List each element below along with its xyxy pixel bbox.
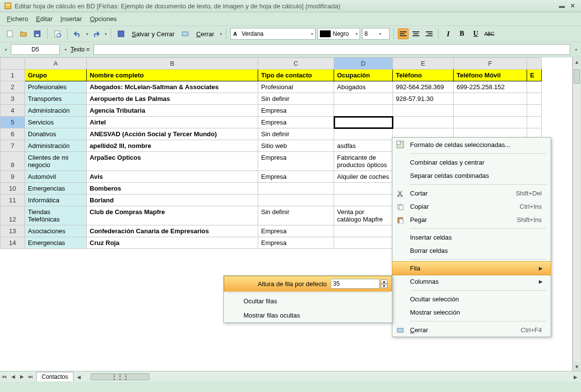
cell-tipo[interactable]: Empresa [258, 105, 334, 117]
cm-close[interactable]: Cerrar Ctrl+F4 [392, 323, 551, 337]
align-left-button[interactable] [398, 28, 409, 39]
row-header[interactable]: 4 [0, 105, 25, 117]
cell-ocupacion[interactable] [334, 128, 393, 140]
row-header[interactable]: 2 [0, 81, 25, 93]
cell-nombre[interactable]: Airtel [87, 117, 258, 128]
row-header[interactable]: 13 [0, 225, 25, 237]
tab-prev-button[interactable]: ◀ [9, 372, 18, 381]
sheet-tab[interactable]: Contactos [36, 372, 73, 381]
cell-grupo[interactable]: Tiendas Telefónicas [25, 206, 87, 225]
row-height-spinner[interactable]: ▲▼ [381, 279, 387, 288]
tab-next-button[interactable]: ▶ [18, 372, 26, 381]
align-center-button[interactable] [411, 28, 421, 39]
col-header-F[interactable]: F [454, 58, 527, 70]
cell-telefono[interactable] [393, 105, 454, 117]
cell-ocupacion[interactable]: Venta por catálogo Mapfre [334, 206, 393, 225]
cm-cut[interactable]: Cortar Shift+Del [392, 187, 551, 200]
cell-telefono[interactable]: 928-57.91.30 [393, 93, 454, 105]
cell-nombre[interactable]: Borland [87, 195, 258, 206]
cell-nombre[interactable]: Cruz Roja [87, 237, 258, 249]
cm-delete-cells[interactable]: Borrar celdas [392, 244, 551, 257]
cell-grupo[interactable]: Administración [25, 105, 87, 117]
formula-overflow[interactable]: ▾ [575, 48, 577, 52]
close-dropdown[interactable]: ▾ [220, 32, 222, 36]
row-height-input[interactable] [331, 279, 380, 289]
cell-nombre[interactable]: apellido2 III, nombre [87, 140, 258, 152]
strike-button[interactable]: ABC [484, 28, 495, 40]
scroll-thumb[interactable] [574, 69, 580, 84]
cell-tipo[interactable]: Profesional [258, 81, 334, 93]
row-header[interactable]: 11 [0, 195, 25, 206]
cell-grupo[interactable]: Automóvil [25, 171, 87, 183]
data-row[interactable]: 2ProfesionalesAbogados: McLelan-Saltman … [0, 81, 542, 93]
cell-ocupacion[interactable] [334, 225, 393, 237]
row-header[interactable]: 3 [0, 93, 25, 105]
cell-nombre[interactable]: Confederación Canaria de Empresarios [87, 225, 258, 237]
cell-nombre[interactable]: Bomberos [87, 183, 258, 195]
cell-tipo[interactable]: Empresa [258, 237, 334, 249]
row-header[interactable]: 9 [0, 171, 25, 183]
cm-insert-cells[interactable]: Insertar celdas [392, 231, 551, 244]
open-button[interactable] [18, 28, 29, 40]
new-button[interactable] [4, 28, 16, 40]
col-header-A[interactable]: A [25, 58, 87, 70]
hscroll-thumb[interactable]: ⋮⋮⋮ [91, 373, 149, 380]
cm-columns[interactable]: Columnas▶ [392, 275, 551, 288]
cell-ocupacion[interactable]: Abogados [334, 81, 393, 93]
cell-grupo[interactable]: Donativos [25, 128, 87, 140]
row-header[interactable]: 10 [0, 183, 25, 195]
minimize-button[interactable]: ▬ [557, 2, 566, 9]
cell-ocupacion[interactable] [334, 117, 393, 128]
cell-movil[interactable]: 699-225.258.152 [454, 81, 527, 93]
cell-grupo[interactable]: Transportes [25, 93, 87, 105]
cell-ocupacion[interactable]: asdfas [334, 140, 393, 152]
cell-nombre[interactable]: Agencia Tributaria [87, 105, 258, 117]
vertical-scrollbar[interactable]: ▲ ▼ [572, 57, 581, 371]
cell-extra[interactable] [527, 105, 542, 117]
bold-button[interactable]: B [456, 28, 468, 40]
cm-paste[interactable]: Pegar Shift+Ins [392, 213, 551, 226]
cell-grupo[interactable]: Administración [25, 140, 87, 152]
cell-ocupacion[interactable] [334, 237, 393, 249]
cell-reference-box[interactable] [11, 44, 60, 55]
font-name-input[interactable] [242, 30, 310, 37]
cell-tipo[interactable]: Empresa [258, 171, 334, 183]
font-name-combo[interactable]: A ▾ [230, 28, 315, 40]
cell-movil[interactable] [454, 117, 527, 128]
scroll-down-button[interactable]: ▼ [573, 362, 581, 371]
row-header[interactable]: 14 [0, 237, 25, 249]
print-preview-button[interactable] [51, 28, 63, 40]
cell-tipo[interactable]: Sitio web [258, 140, 334, 152]
redo-button[interactable] [90, 28, 102, 40]
cell-movil[interactable] [454, 105, 527, 117]
cell-ocupacion[interactable] [334, 183, 393, 195]
menu-fichero[interactable]: Fichero [7, 15, 28, 23]
menu-insertar[interactable]: Insertar [60, 15, 82, 23]
row-header[interactable]: 6 [0, 128, 25, 140]
toolbar-overflow[interactable]: ▾ [5, 48, 7, 52]
cell-nombre[interactable]: Avis [87, 171, 258, 183]
close-doc-button[interactable]: Cerrar [193, 30, 217, 38]
cell-tipo[interactable] [258, 183, 334, 195]
cell-nombre[interactable]: Club de Compras Mapfre [87, 206, 258, 225]
row-header[interactable]: 7 [0, 140, 25, 152]
cell-tipo[interactable]: Sin definir [258, 93, 334, 105]
scroll-up-button[interactable]: ▲ [573, 57, 581, 66]
font-size-combo[interactable]: ▾ [362, 28, 389, 40]
cell-nombre[interactable]: Aeropuerto de Las Palmas [87, 93, 258, 105]
cm-copy[interactable]: Copiar Ctrl+Ins [392, 200, 551, 213]
col-header-E[interactable]: E [393, 58, 454, 70]
row-header[interactable]: 12 [0, 206, 25, 225]
redo-dropdown[interactable]: ▾ [105, 32, 107, 36]
cell-extra[interactable] [527, 93, 542, 105]
cell-ocupacion[interactable] [334, 93, 393, 105]
cell-grupo[interactable]: Emergencias [25, 237, 87, 249]
data-row[interactable]: 4AdministraciónAgencia TributariaEmpresa [0, 105, 542, 117]
row-header[interactable]: 8 [0, 152, 25, 171]
cell-ocupacion[interactable]: Fabricante de productos ópticos [334, 152, 393, 171]
align-right-button[interactable] [423, 28, 434, 39]
cell-extra[interactable] [527, 117, 542, 128]
cell-ocupacion[interactable] [334, 105, 393, 117]
cell-tipo[interactable]: Empresa [258, 117, 334, 128]
cm-hide-selection[interactable]: Ocultar selección [392, 293, 551, 306]
